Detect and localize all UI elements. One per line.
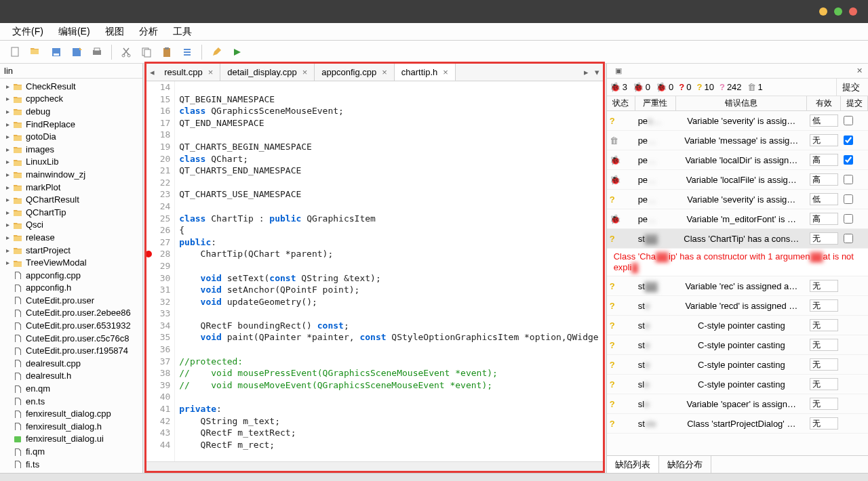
- submit-checkbox[interactable]: [844, 234, 853, 243]
- issue-row[interactable]: ?pe…Variable 'severity' is assig…低: [607, 190, 868, 209]
- line-number[interactable]: 26: [146, 224, 170, 236]
- menu-view[interactable]: 视图: [98, 24, 131, 39]
- edit-icon[interactable]: [208, 43, 225, 61]
- editor-body[interactable]: 1415161718192021222324252627282930313233…: [146, 81, 602, 461]
- line-number[interactable]: 21: [146, 165, 170, 177]
- disclosure-triangle[interactable]: ▸: [4, 83, 11, 90]
- col-submit[interactable]: 提交: [841, 96, 868, 110]
- editor-tab-charttip.h[interactable]: charttip.h×: [395, 64, 456, 81]
- valid-combobox[interactable]: 无: [810, 398, 838, 410]
- line-number[interactable]: 41: [146, 403, 170, 415]
- menu-blurred[interactable]: [200, 30, 214, 33]
- disclosure-triangle[interactable]: ▸: [4, 171, 11, 178]
- disclosure-triangle[interactable]: ▸: [4, 196, 11, 203]
- tree-item-LinuxLib[interactable]: ▸LinuxLib: [0, 156, 142, 169]
- gutter[interactable]: 1415161718192021222324252627282930313233…: [146, 81, 175, 461]
- line-number[interactable]: 25: [146, 213, 170, 225]
- line-number[interactable]: 20: [146, 153, 170, 165]
- cell-valid[interactable]: 无: [807, 229, 841, 248]
- valid-combobox[interactable]: 无: [810, 134, 838, 146]
- issue-row[interactable]: ?steC-style pointer casting无: [607, 335, 868, 355]
- issue-row[interactable]: ?st▓▓Class 'ChartTip' has a cons…无: [607, 229, 868, 249]
- valid-combobox[interactable]: 无: [810, 358, 838, 371]
- cell-valid[interactable]: 无: [807, 296, 841, 315]
- line-number[interactable]: 17: [146, 117, 170, 129]
- submit-checkbox[interactable]: [844, 116, 853, 125]
- line-number[interactable]: 29: [146, 260, 170, 272]
- valid-combobox[interactable]: 低: [810, 193, 838, 205]
- tree-item-QChartResult[interactable]: ▸QChartResult: [0, 193, 142, 206]
- tab-defect-list[interactable]: 缺陷列表: [607, 456, 659, 473]
- tree-item-images[interactable]: ▸images: [0, 143, 142, 156]
- disclosure-triangle[interactable]: ▸: [4, 209, 11, 216]
- line-number[interactable]: 37: [146, 356, 170, 368]
- tab-close-icon[interactable]: ×: [443, 67, 448, 77]
- issue-row[interactable]: ?st▓▓Variable 'rec' is assigned a…无: [607, 276, 868, 296]
- maximize-button[interactable]: [834, 7, 842, 16]
- code-area[interactable]: QT_BEGIN_NAMESPACEclass QGraphicsSceneMo…: [175, 81, 602, 461]
- tree-item-fi.ts[interactable]: fi.ts: [0, 458, 142, 471]
- tab-scroll-left[interactable]: ◂: [146, 64, 157, 81]
- issue-row[interactable]: 🐞pe…Variable 'localDir' is assign…高: [607, 150, 868, 170]
- tree-item-dealresult.h[interactable]: dealresult.h: [0, 370, 142, 383]
- tree-item-release[interactable]: ▸release: [0, 231, 142, 244]
- paste-icon[interactable]: [158, 43, 176, 61]
- tree-body[interactable]: ▸CheckResult▸cppcheck▸debug▸FindReplace▸…: [0, 79, 142, 473]
- line-number[interactable]: 16: [146, 105, 170, 117]
- print-icon[interactable]: [88, 43, 106, 61]
- tree-item-fi.qm[interactable]: fi.qm: [0, 445, 142, 458]
- line-number[interactable]: 33: [146, 308, 170, 320]
- line-number[interactable]: 19: [146, 141, 170, 153]
- disclosure-triangle[interactable]: ▸: [4, 259, 11, 266]
- line-number[interactable]: 43: [146, 427, 170, 439]
- tree-item-fenxiresult_dialog.cpp[interactable]: fenxiresult_dialog.cpp: [0, 407, 142, 420]
- cell-submit[interactable]: [841, 170, 868, 189]
- cell-valid[interactable]: 高: [807, 209, 841, 228]
- valid-combobox[interactable]: 无: [810, 339, 838, 351]
- valid-combobox[interactable]: 低: [810, 114, 838, 127]
- tree-item-startProject[interactable]: ▸startProject: [0, 244, 142, 257]
- disclosure-triangle[interactable]: ▸: [4, 158, 11, 165]
- panel-close-icon[interactable]: ✕: [856, 66, 863, 75]
- tree-item-CuteEdit.pro.user.c5c76c8[interactable]: CuteEdit.pro.user.c5c76c8: [0, 332, 142, 345]
- tab-defect-distribution[interactable]: 缺陷分布: [659, 456, 711, 473]
- tree-item-fenxiresult_dialog.ui[interactable]: fenxiresult_dialog.ui: [0, 433, 142, 446]
- minimize-button[interactable]: [819, 7, 827, 16]
- editor-tab-result.cpp[interactable]: result.cpp×: [157, 64, 220, 81]
- valid-combobox[interactable]: 高: [810, 213, 838, 225]
- disclosure-triangle[interactable]: ▸: [4, 221, 11, 228]
- tree-item-Qsci[interactable]: ▸Qsci: [0, 219, 142, 232]
- disclosure-triangle[interactable]: ▸: [4, 247, 11, 254]
- valid-combobox[interactable]: 无: [810, 319, 838, 331]
- cut-icon[interactable]: [117, 43, 135, 61]
- tree-item-fenxiresult_dialog.h[interactable]: fenxiresult_dialog.h: [0, 420, 142, 433]
- menu-file[interactable]: 文件(F): [5, 24, 50, 39]
- line-number[interactable]: 27: [146, 236, 170, 249]
- tree-item-debug[interactable]: ▸debug: [0, 105, 142, 118]
- cell-valid[interactable]: 高: [807, 150, 841, 169]
- disclosure-triangle[interactable]: ▸: [4, 184, 11, 191]
- save-icon[interactable]: [47, 43, 65, 61]
- tree-item-gotoDia[interactable]: ▸gotoDia: [0, 130, 142, 143]
- line-number[interactable]: 34: [146, 320, 170, 332]
- line-number[interactable]: 42: [146, 415, 170, 427]
- valid-combobox[interactable]: 无: [810, 299, 838, 312]
- question-yellow-icon[interactable]: ?: [697, 82, 703, 92]
- issue-row[interactable]: 🐞pe…Variable 'localFile' is assig…高: [607, 170, 868, 190]
- bug-red-icon[interactable]: 🐞: [610, 82, 620, 92]
- valid-combobox[interactable]: 无: [810, 232, 838, 245]
- menu-edit[interactable]: 编辑(E): [52, 24, 97, 39]
- question-pink-icon[interactable]: ?: [719, 82, 725, 92]
- valid-combobox[interactable]: 高: [810, 173, 838, 186]
- col-status[interactable]: 状态: [607, 96, 635, 110]
- line-number[interactable]: 36: [146, 343, 170, 356]
- submit-checkbox[interactable]: [844, 175, 853, 184]
- line-number[interactable]: 23: [146, 188, 170, 201]
- submit-checkbox[interactable]: [844, 155, 853, 165]
- trash-icon[interactable]: 🗑: [747, 82, 756, 92]
- tree-item-cppcheck[interactable]: ▸cppcheck: [0, 93, 142, 106]
- line-number[interactable]: 39: [146, 379, 170, 392]
- disclosure-triangle[interactable]: ▸: [4, 146, 11, 153]
- cell-valid[interactable]: 无: [807, 276, 841, 295]
- disclosure-triangle[interactable]: ▸: [4, 95, 11, 102]
